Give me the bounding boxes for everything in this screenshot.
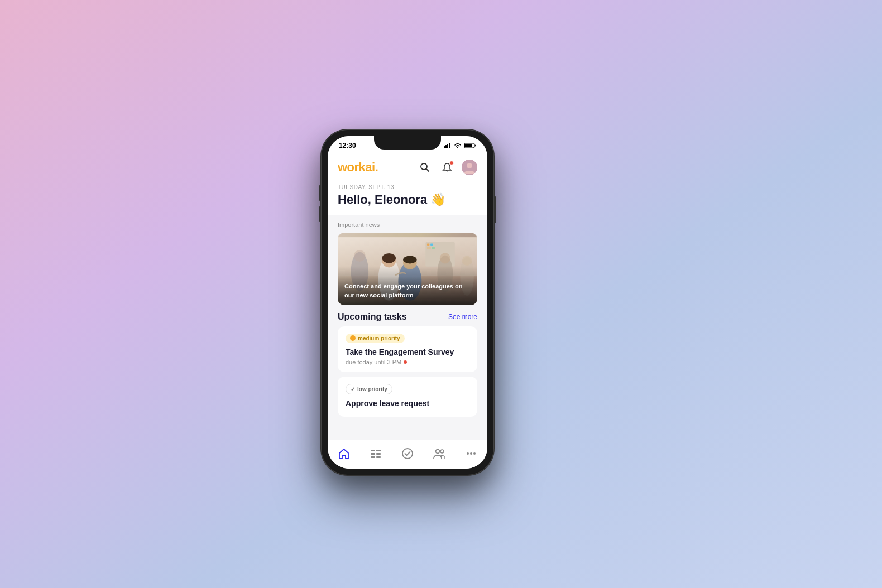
task-1-due: due today until 3 PM xyxy=(346,359,469,365)
tasks-see-more[interactable]: See more xyxy=(448,313,477,321)
phone-scene: 12:30 xyxy=(321,129,494,475)
check-circle-icon xyxy=(401,447,414,460)
svg-point-26 xyxy=(403,256,416,263)
svg-rect-7 xyxy=(475,145,476,147)
svg-rect-35 xyxy=(371,456,375,458)
svg-point-37 xyxy=(402,449,413,459)
svg-rect-1 xyxy=(445,145,447,148)
app-content: workai. xyxy=(328,153,487,469)
phone-device: 12:30 xyxy=(321,129,494,475)
bottom-nav xyxy=(328,440,487,469)
task-2-priority-badge: ✓ low priority xyxy=(346,384,392,394)
news-caption: Connect and engage your colleagues on ou… xyxy=(344,282,471,300)
svg-rect-34 xyxy=(376,453,381,455)
svg-rect-15 xyxy=(427,244,429,246)
svg-rect-2 xyxy=(447,144,448,148)
task-card-1[interactable]: medium priority Take the Engagement Surv… xyxy=(338,326,477,372)
greeting-date: TUESDAY, SEPT. 13 xyxy=(338,184,477,190)
battery-icon xyxy=(464,143,476,148)
volume-down-button xyxy=(319,206,321,222)
status-time: 12:30 xyxy=(339,142,356,150)
task-card-2[interactable]: ✓ low priority Approve leave request xyxy=(338,377,477,417)
svg-point-28 xyxy=(440,253,450,263)
svg-rect-0 xyxy=(444,146,445,148)
svg-rect-32 xyxy=(376,450,381,451)
tasks-header: Upcoming tasks See more xyxy=(328,312,487,322)
user-avatar[interactable] xyxy=(462,160,477,175)
header-icons xyxy=(417,160,477,175)
list-icon xyxy=(370,447,382,460)
nav-more[interactable] xyxy=(465,447,477,460)
greeting-section: TUESDAY, SEPT. 13 Hello, Eleonora 👋 xyxy=(328,181,487,215)
task-2-name: Approve leave request xyxy=(346,399,469,408)
news-card[interactable]: Connect and engage your colleagues on ou… xyxy=(338,233,477,305)
svg-point-20 xyxy=(354,250,366,262)
svg-point-30 xyxy=(462,256,472,265)
search-button[interactable] xyxy=(417,160,433,175)
notifications-button[interactable] xyxy=(439,160,455,175)
task-1-priority-label: medium priority xyxy=(358,335,400,341)
priority-medium-icon xyxy=(350,335,356,341)
svg-rect-6 xyxy=(464,144,472,147)
scroll-content[interactable]: Important news xyxy=(328,215,487,440)
svg-point-39 xyxy=(440,450,444,453)
power-button xyxy=(494,196,496,223)
task-2-priority-label: low priority xyxy=(357,386,387,392)
home-icon xyxy=(338,447,350,460)
task-1-priority-badge: medium priority xyxy=(346,334,405,343)
nav-home[interactable] xyxy=(338,447,350,460)
svg-rect-18 xyxy=(432,247,435,249)
more-icon xyxy=(465,447,477,460)
people-icon xyxy=(433,447,445,460)
wifi-icon xyxy=(454,143,462,148)
status-icons xyxy=(444,143,476,148)
svg-line-9 xyxy=(426,169,429,172)
svg-point-11 xyxy=(467,163,472,168)
svg-point-38 xyxy=(436,449,440,453)
svg-rect-31 xyxy=(371,450,375,451)
news-overlay: Connect and engage your colleagues on ou… xyxy=(338,277,477,305)
signal-icon xyxy=(444,143,452,148)
task-1-due-dot xyxy=(404,360,407,364)
priority-check-icon: ✓ xyxy=(351,386,355,392)
svg-point-4 xyxy=(457,147,458,148)
svg-point-41 xyxy=(470,452,472,455)
phone-screen: 12:30 xyxy=(328,136,487,469)
news-section: Important news xyxy=(328,221,487,305)
nav-people[interactable] xyxy=(433,447,445,460)
news-section-label: Important news xyxy=(338,221,477,228)
nav-check[interactable] xyxy=(401,447,414,460)
logo-text: workai xyxy=(338,160,375,174)
app-header: workai. xyxy=(328,153,487,181)
greeting-text: Hello, Eleonora 👋 xyxy=(338,192,477,207)
svg-rect-16 xyxy=(430,244,433,246)
svg-rect-33 xyxy=(371,453,375,455)
phone-notch xyxy=(374,136,441,150)
task-1-due-text: due today until 3 PM xyxy=(346,359,401,365)
app-logo: workai. xyxy=(338,160,378,175)
svg-point-40 xyxy=(467,452,469,455)
avatar-image xyxy=(462,160,477,175)
svg-point-42 xyxy=(473,452,476,455)
tasks-title: Upcoming tasks xyxy=(338,312,407,322)
volume-up-button xyxy=(319,185,321,201)
svg-rect-17 xyxy=(427,247,431,249)
nav-tasks[interactable] xyxy=(370,447,382,460)
svg-rect-3 xyxy=(449,143,450,148)
notification-dot xyxy=(449,161,454,165)
logo-dot: . xyxy=(375,160,378,174)
scene-container: 12:30 xyxy=(190,26,692,562)
search-icon xyxy=(420,162,430,172)
svg-rect-36 xyxy=(376,456,381,458)
task-1-name: Take the Engagement Survey xyxy=(346,348,469,356)
